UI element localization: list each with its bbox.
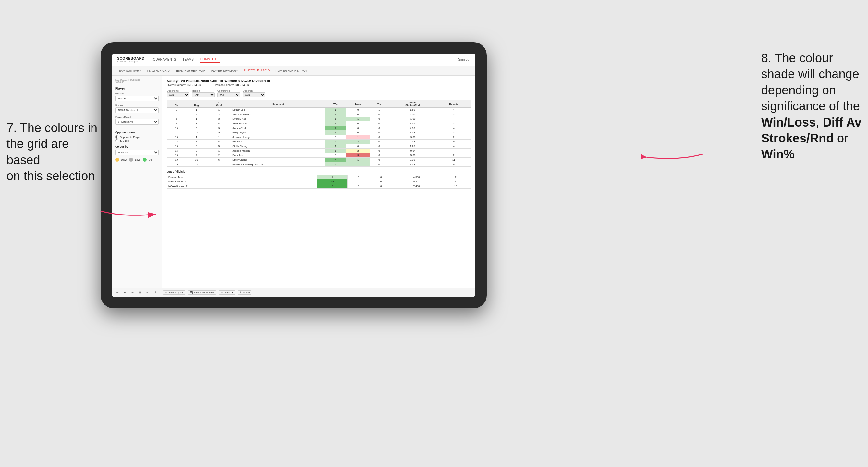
filter-conference-select[interactable]: (All) <box>217 93 240 97</box>
radio-top100[interactable]: Top 100 <box>115 139 159 143</box>
h2h-table: #Div #Reg #Conf Opponent Win Loss Tie Di… <box>167 100 471 167</box>
cell-reg: 1 <box>186 135 207 139</box>
filter-opponents-select[interactable]: (All) <box>167 93 189 97</box>
division-record: Division Record: 331 - 34 - 6 <box>214 84 249 87</box>
save-custom-btn[interactable]: 💾 Save Custom View <box>188 290 216 295</box>
nav-tournaments[interactable]: TOURNAMENTS <box>151 57 176 63</box>
colour-by-select[interactable]: Win/loss <box>115 150 159 155</box>
cell-win: 4 <box>325 158 346 162</box>
tablet-screen: SCOREBOARD Powered by clippd TOURNAMENTS… <box>112 54 475 297</box>
share-btn[interactable]: ⬆ Share <box>238 290 251 295</box>
cell-div: 19 <box>167 158 186 162</box>
nav-sign-out[interactable]: Sign out <box>458 58 470 61</box>
sub-nav: TEAM SUMMARY TEAM H2H GRID TEAM H2H HEAT… <box>112 66 475 75</box>
cell-tie: 0 <box>370 184 392 189</box>
radio-opponents-played[interactable]: Opponents Played <box>115 135 159 138</box>
sidebar-gender-select[interactable]: Women's <box>115 96 159 101</box>
col-reg: #Reg <box>186 100 207 108</box>
filter-opponent-select[interactable]: (All) <box>243 93 266 97</box>
cell-reg: 1 <box>186 117 207 121</box>
cell-diff: 7.400 <box>392 184 441 189</box>
toolbar-refresh[interactable]: ↺ <box>153 290 157 295</box>
cell-rounds: 4 <box>437 108 470 112</box>
cell-diff: 1.33 <box>388 162 437 167</box>
tablet-device: SCOREBOARD Powered by clippd TOURNAMENTS… <box>101 42 487 308</box>
cell-loss: 3 <box>346 153 370 158</box>
cell-conf: 1 <box>207 108 231 112</box>
cell-reg: 10 <box>186 158 207 162</box>
cell-reg: 11 <box>186 130 207 135</box>
cell-win: 1 <box>325 117 346 121</box>
filter-opponents: Opponents: (All) <box>167 89 189 97</box>
annotation-right-number: 8. <box>761 51 772 65</box>
overall-record: Overall Record: 353 - 34 - 6 <box>167 84 201 87</box>
toolbar-redo[interactable]: ↩ <box>123 290 127 295</box>
filter-opponents-label: Opponents: <box>167 89 189 92</box>
share-label: Share <box>243 291 250 294</box>
cell-rounds: 9 <box>437 139 470 144</box>
nav-committee[interactable]: COMMITTEE <box>200 56 220 63</box>
sidebar-gender-label: Gender <box>115 92 159 95</box>
table-row: 14 7 4 Eunice Yi 2 2 0 0.38 9 <box>167 139 471 144</box>
table-row: 10 6 3 Andrea York 2 0 0 4.00 4 <box>167 126 471 130</box>
subnav-team-h2h-heatmap[interactable]: TEAM H2H HEATMAP <box>176 68 205 73</box>
subnav-player-h2h-heatmap[interactable]: PLAYER H2H HEATMAP <box>276 68 308 73</box>
subnav-player-summary[interactable]: PLAYER SUMMARY <box>211 68 238 73</box>
cell-opponent: Sydney Kuo <box>231 117 325 121</box>
table-row: 9 1 4 Sharon Mun 1 0 0 3.67 3 <box>167 121 471 126</box>
cell-conf: 4 <box>207 139 231 144</box>
watch-chevron: ▾ <box>232 291 233 294</box>
sidebar-player-rank-select[interactable]: 8. Katelyn Vo <box>115 119 159 125</box>
cell-rounds: 2 <box>437 135 470 139</box>
subnav-team-h2h-grid[interactable]: TEAM H2H GRID <box>147 68 170 73</box>
toolbar-undo2[interactable]: ↪ <box>130 290 135 295</box>
toolbar-extra[interactable]: ✂ <box>145 290 150 295</box>
cell-div: 15 <box>167 144 186 149</box>
subnav-team-summary[interactable]: TEAM SUMMARY <box>117 68 141 73</box>
table-row: 15 8 5 Stella Cheng 1 0 0 1.25 4 <box>167 144 471 149</box>
cell-reg: 3 <box>186 149 207 153</box>
cell-opponent: Sharon Mun <box>231 121 325 126</box>
cell-win: 1 <box>325 121 346 126</box>
col-opponent: Opponent <box>231 100 325 108</box>
nav-links: TOURNAMENTS TEAMS COMMITTEE <box>151 56 458 63</box>
cell-conf: 2 <box>207 112 231 117</box>
toolbar-undo[interactable]: ↩ <box>115 290 120 295</box>
radio-dot-top100 <box>115 139 118 143</box>
cell-win: 2 <box>325 139 346 144</box>
cell-rounds: 6 <box>437 162 470 167</box>
cell-diff: 0.30 <box>388 158 437 162</box>
view-original-btn[interactable]: 👁 View: Original <box>163 290 185 295</box>
cell-tie: 0 <box>370 158 389 162</box>
legend-down-label: Down <box>121 158 127 161</box>
cell-tie: 0 <box>370 175 392 180</box>
cell-opponent: Eunice Yi <box>231 139 325 144</box>
grid-title: Katelyn Vo Head-to-Head Grid for Women's… <box>167 79 471 83</box>
sidebar-division-select[interactable]: NCAA Division III <box>115 107 159 113</box>
colour-legend: Down Level Up <box>115 158 159 162</box>
filter-region-label: Region <box>192 89 215 92</box>
cell-opponent: Jessica Mason <box>231 149 325 153</box>
cell-diff: 9.267 <box>392 180 441 184</box>
watch-icon: 👁 <box>221 291 223 294</box>
cell-loss: 1 <box>346 162 370 167</box>
nav-teams[interactable]: TEAMS <box>183 57 194 63</box>
table-row: 13 1 1 Jessica Huang 0 1 0 -3.00 2 <box>167 135 471 139</box>
cell-tie: 0 <box>370 139 389 144</box>
filter-opponent-label: Opponent <box>243 89 266 92</box>
cell-opponent: Jessica Huang <box>231 135 325 139</box>
cell-reg: 6 <box>186 126 207 130</box>
subnav-player-h2h-grid[interactable]: PLAYER H2H GRID <box>244 68 270 73</box>
cell-win: 2 <box>325 162 346 167</box>
cell-loss: 0 <box>346 121 370 126</box>
cell-win: 2 <box>325 126 346 130</box>
cell-loss: 2 <box>346 139 370 144</box>
cell-conf: 3 <box>207 126 231 130</box>
table-row: 11 11 5 Heejo Hyun 1 0 0 3.33 3 <box>167 130 471 135</box>
watch-btn[interactable]: 👁 Watch ▾ <box>219 290 235 295</box>
legend-up-label: Up <box>149 158 152 161</box>
filter-region-select[interactable]: (All) <box>192 93 215 97</box>
cell-conf: 7 <box>207 162 231 167</box>
table-row: 16 3 1 Jessica Mason 1 2 0 -0.94 <box>167 149 471 153</box>
toolbar-copy[interactable]: ⊞ <box>137 290 143 295</box>
